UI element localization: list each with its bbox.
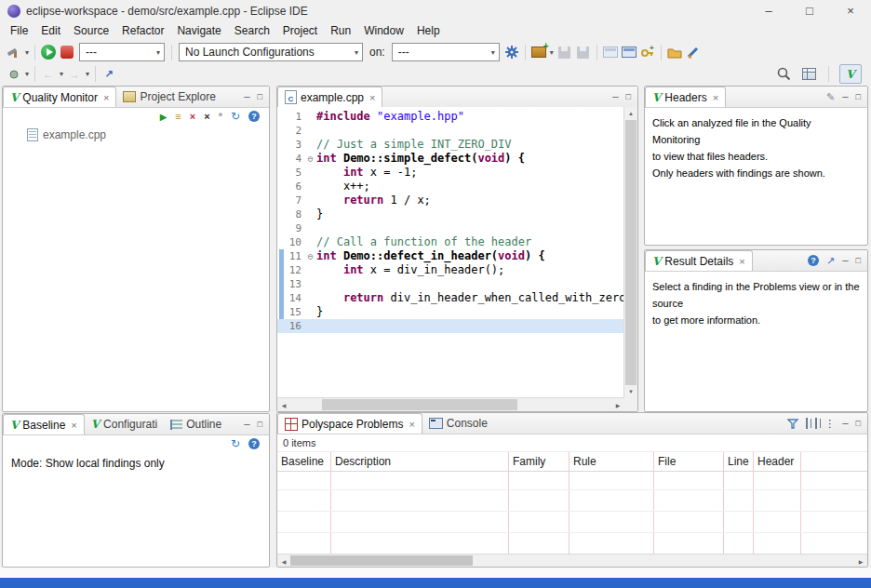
column-header-file[interactable]: File bbox=[654, 452, 724, 471]
column-header-header[interactable]: Header bbox=[754, 452, 801, 471]
polyspace-perspective-button[interactable]: V bbox=[839, 64, 862, 84]
code-line-10[interactable]: 10// Call a function of the header bbox=[277, 235, 624, 249]
code-line-16[interactable]: 16 bbox=[277, 319, 624, 333]
scroll-down-icon[interactable]: ▼ bbox=[624, 385, 637, 398]
group-by-icon[interactable] bbox=[806, 419, 808, 428]
back-history-dropdown-icon[interactable]: ▾ bbox=[58, 70, 65, 78]
clear-findings-icon[interactable]: * bbox=[219, 111, 222, 122]
launch-configurations-combo[interactable]: No Launch Configurations ▾ bbox=[179, 43, 363, 61]
code-line-3[interactable]: 3// Just a simple INT_ZERO_DIV bbox=[277, 138, 624, 152]
search-icon[interactable] bbox=[775, 66, 792, 83]
close-results-icon[interactable]: × bbox=[204, 111, 209, 122]
tab-configuration[interactable]: V Configurati bbox=[85, 414, 164, 434]
list-item-example-cpp[interactable]: example.cpp bbox=[3, 125, 269, 141]
help-icon[interactable]: ? bbox=[248, 438, 260, 449]
minimize-view-icon[interactable]: ─ bbox=[244, 92, 249, 101]
minimize-view-icon[interactable]: ─ bbox=[612, 92, 618, 101]
menu-item-project[interactable]: Project bbox=[276, 23, 324, 38]
tab-project-explorer[interactable]: Project Explore bbox=[116, 87, 221, 107]
code-line-15[interactable]: 15} bbox=[277, 305, 624, 319]
problems-horizontal-scrollbar[interactable]: ◀ ▶ bbox=[277, 554, 867, 567]
menu-item-navigate[interactable]: Navigate bbox=[170, 23, 227, 38]
menu-item-help[interactable]: Help bbox=[410, 23, 447, 38]
editor-vertical-scrollbar[interactable]: ▲ ▼ bbox=[623, 107, 637, 398]
scroll-right-icon[interactable]: ▶ bbox=[611, 398, 624, 411]
minimize-view-icon[interactable]: ─ bbox=[842, 419, 848, 428]
last-tool-icon[interactable] bbox=[6, 66, 22, 83]
scroll-up-icon[interactable]: ▲ bbox=[624, 107, 637, 120]
close-icon[interactable]: × bbox=[409, 419, 414, 430]
open-folder-icon[interactable] bbox=[666, 44, 683, 60]
maximize-view-icon[interactable]: □ bbox=[258, 92, 262, 101]
open-external-icon[interactable]: ↗ bbox=[826, 255, 835, 267]
edit-filter-icon[interactable]: ✎ bbox=[826, 91, 835, 103]
menu-item-search[interactable]: Search bbox=[228, 23, 276, 38]
code-line-4[interactable]: 4⊖int Demo::simple_defect(void) { bbox=[277, 152, 624, 166]
maximize-view-icon[interactable]: □ bbox=[856, 256, 861, 265]
build-tool-dropdown-icon[interactable]: ▾ bbox=[23, 48, 31, 57]
tab-result-details[interactable]: V Result Details × bbox=[645, 250, 753, 271]
window-minimize-button[interactable]: – bbox=[748, 0, 789, 21]
forward-history-dropdown-icon[interactable]: ▾ bbox=[84, 70, 91, 78]
code-line-9[interactable]: 9 bbox=[277, 221, 624, 235]
link-with-editor-icon[interactable]: ↗ bbox=[100, 66, 117, 83]
code-line-8[interactable]: 8} bbox=[277, 207, 624, 221]
console-display-icon[interactable] bbox=[621, 44, 637, 60]
menu-item-file[interactable]: File bbox=[4, 23, 34, 38]
fold-toggle-icon[interactable]: ⊖ bbox=[304, 249, 316, 263]
maximize-view-icon[interactable]: □ bbox=[856, 419, 861, 428]
polyspace-stop-button[interactable] bbox=[59, 44, 75, 60]
scrollbar-thumb[interactable] bbox=[625, 120, 636, 385]
refresh-icon[interactable]: ↻ bbox=[231, 110, 240, 123]
code-line-1[interactable]: 1#include "example.hpp" bbox=[277, 110, 624, 124]
column-header-line[interactable]: Line bbox=[724, 452, 754, 471]
help-icon[interactable]: ? bbox=[248, 111, 260, 122]
column-header-rule[interactable]: Rule bbox=[570, 452, 654, 471]
window-maximize-button[interactable]: □ bbox=[789, 0, 830, 21]
close-icon[interactable]: × bbox=[71, 420, 76, 431]
scrollbar-thumb[interactable] bbox=[290, 555, 473, 566]
view-mode-icon[interactable] bbox=[815, 419, 817, 428]
remove-results-icon[interactable]: × bbox=[190, 111, 195, 122]
column-header-description[interactable]: Description bbox=[331, 452, 509, 471]
last-tool-dropdown-icon[interactable]: ▾ bbox=[23, 70, 31, 78]
code-line-13[interactable]: 13 bbox=[277, 277, 624, 291]
scroll-right-icon[interactable]: ▶ bbox=[854, 555, 867, 568]
tab-console[interactable]: Console bbox=[422, 413, 494, 434]
key-icon[interactable]: + bbox=[639, 44, 656, 60]
code-line-7[interactable]: 7 return 1 / x; bbox=[277, 194, 624, 207]
code-line-5[interactable]: 5 int x = -1; bbox=[277, 166, 624, 180]
new-wizard-icon[interactable] bbox=[530, 44, 547, 60]
build-tool-icon[interactable] bbox=[6, 44, 22, 60]
help-icon[interactable]: ? bbox=[808, 255, 819, 266]
menu-item-run[interactable]: Run bbox=[324, 23, 357, 38]
forward-icon[interactable]: → bbox=[66, 66, 83, 83]
save-all-icon[interactable] bbox=[575, 44, 592, 60]
view-menu-icon[interactable]: ⋮ bbox=[824, 418, 835, 430]
code-line-6[interactable]: 6 x++; bbox=[277, 180, 624, 194]
save-icon[interactable] bbox=[556, 44, 573, 60]
analysis-history-combo[interactable]: --- ▾ bbox=[79, 43, 165, 61]
tab-example-cpp[interactable]: example.cpp × bbox=[277, 87, 382, 107]
scroll-left-icon[interactable]: ◀ bbox=[277, 555, 290, 568]
code-line-12[interactable]: 12 int x = div_in_header(); bbox=[277, 263, 624, 277]
minimize-view-icon[interactable]: ─ bbox=[842, 256, 848, 265]
column-header-baseline[interactable]: Baseline bbox=[277, 452, 331, 471]
run-analysis-icon[interactable]: ▶ bbox=[160, 112, 168, 122]
scrollbar-thumb[interactable] bbox=[322, 399, 517, 410]
new-wizard-dropdown-icon[interactable]: ▾ bbox=[548, 48, 556, 57]
code-line-2[interactable]: 2 bbox=[277, 124, 624, 138]
tab-outline[interactable]: Outline bbox=[164, 414, 228, 434]
maximize-view-icon[interactable]: □ bbox=[258, 420, 262, 429]
code-area[interactable]: 1#include "example.hpp"23// Just a simpl… bbox=[277, 107, 624, 398]
close-icon[interactable]: × bbox=[103, 92, 109, 103]
back-icon[interactable]: ← bbox=[40, 66, 57, 83]
fold-toggle-icon[interactable]: ⊖ bbox=[304, 152, 316, 166]
close-icon[interactable]: × bbox=[739, 256, 744, 267]
menu-item-edit[interactable]: Edit bbox=[34, 23, 67, 38]
editor-horizontal-scrollbar[interactable]: ◀ ▶ bbox=[277, 397, 624, 411]
code-line-14[interactable]: 14 return div_in_header_when_called_with… bbox=[277, 291, 624, 305]
close-icon[interactable]: × bbox=[369, 92, 375, 103]
refresh-icon[interactable]: ↻ bbox=[231, 437, 240, 450]
tab-quality-monitor[interactable]: V Quality Monitor × bbox=[3, 87, 116, 107]
